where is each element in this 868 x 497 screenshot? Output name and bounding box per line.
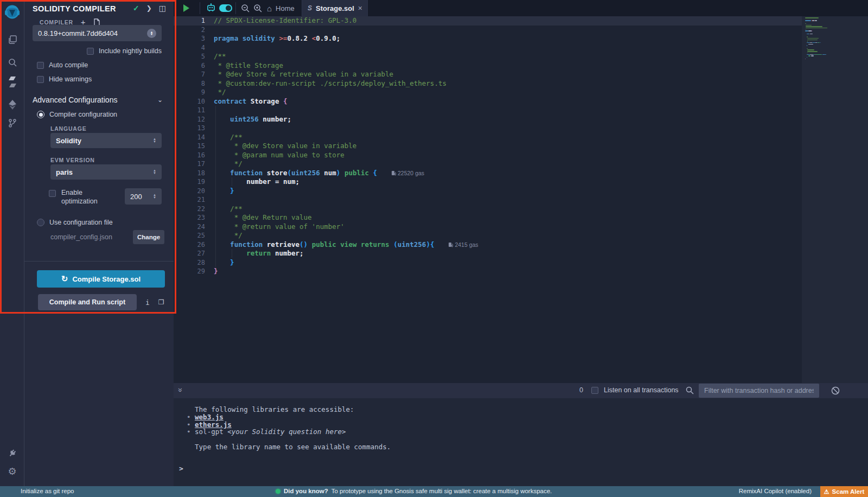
terminal-search-icon[interactable] xyxy=(686,386,694,394)
minimap-line xyxy=(805,17,819,18)
copy-icon[interactable]: ❐ xyxy=(158,298,164,306)
line-number: 12 xyxy=(174,115,205,124)
tip-title: Did you know? xyxy=(284,488,328,494)
gas-estimate-badge: 2415 gas xyxy=(448,241,478,248)
code-line: // SPDX-License-Identifier: GPL-3.0 xyxy=(214,16,478,26)
deploy-run-icon[interactable] xyxy=(0,98,24,112)
clear-console-icon[interactable] xyxy=(831,386,840,395)
git-init-button[interactable]: Initialize as git repo xyxy=(21,488,74,494)
code-token: contract xyxy=(214,97,251,105)
code-token: } xyxy=(230,187,234,195)
terminal-library-link[interactable]: ethers.js xyxy=(195,420,232,429)
terminal-library-link[interactable]: web3.js xyxy=(195,413,224,421)
run-script-button[interactable] xyxy=(183,0,189,16)
solidity-compiler-icon[interactable] xyxy=(0,75,24,89)
code-line xyxy=(214,195,478,205)
tip-text: To prototype using the Gnosis safe multi… xyxy=(331,488,552,494)
code-token: * @custom:dev-run-script ./scripts/deplo… xyxy=(214,79,446,87)
terminal-line: • ethers.js xyxy=(187,421,391,429)
minimap-line xyxy=(806,26,822,27)
terminal-prompt[interactable]: > xyxy=(179,464,183,473)
use-configuration-file-radio[interactable] xyxy=(37,219,44,226)
listen-transactions-label: Listen on all transactions xyxy=(604,386,679,394)
zoom-in-button[interactable] xyxy=(253,0,263,16)
code-token: * @dev Store & retrieve value in a varia… xyxy=(214,70,393,78)
auto-compile-checkbox[interactable] xyxy=(37,62,44,69)
line-number: 7 xyxy=(174,70,205,79)
compiler-configuration-label: Compiler configuration xyxy=(49,111,117,118)
terminal[interactable]: The following libraries are accessible:•… xyxy=(174,398,868,486)
minimap-line xyxy=(806,29,806,30)
minimap-line xyxy=(808,44,813,45)
code-token xyxy=(214,187,230,195)
enable-optimization-checkbox[interactable] xyxy=(49,190,56,197)
language-value: Solidity xyxy=(56,137,153,145)
compile-and-run-button[interactable]: Compile and Run script xyxy=(38,294,137,310)
code-token: } xyxy=(214,267,218,275)
plugin-manager-icon[interactable] xyxy=(0,446,24,460)
minimap-line xyxy=(807,42,810,43)
select-arrows-icon: ▲▼ xyxy=(153,138,156,143)
code-token xyxy=(214,249,246,257)
minimap-line xyxy=(807,40,818,41)
evm-version-select[interactable]: paris ▲▼ xyxy=(50,164,162,180)
minimap[interactable] xyxy=(804,17,864,82)
optimization-label-line1: Enable xyxy=(61,188,98,197)
zoom-out-button[interactable] xyxy=(241,0,250,16)
close-tab-icon[interactable]: × xyxy=(358,4,362,12)
remix-logo-icon[interactable] xyxy=(4,4,21,21)
language-select[interactable]: Solidity ▲▼ xyxy=(50,133,162,148)
listen-transactions-checkbox[interactable] xyxy=(591,387,598,394)
terminal-text: sol-gpt xyxy=(195,428,227,436)
code-editor[interactable]: 1234567891011121314151617181920212223242… xyxy=(174,16,868,383)
tab-home[interactable]: ⌂ Home xyxy=(267,0,295,16)
code-token: { xyxy=(283,97,288,105)
gas-estimate-badge: 22520 gas xyxy=(391,170,424,176)
compile-button[interactable]: ↻ Compile Storage.sol xyxy=(37,270,165,288)
code-token: Storage xyxy=(251,97,283,105)
compiler-configuration-radio[interactable] xyxy=(37,111,44,118)
toggle-on-icon xyxy=(219,4,232,12)
pin-panel-icon[interactable]: ◫ xyxy=(159,4,166,12)
advanced-configurations-toggle[interactable]: Advanced Configurations ⌄ xyxy=(33,95,163,104)
code-token: } xyxy=(230,258,234,266)
code-line: function store(uint256 num) public { 225… xyxy=(214,169,478,178)
code-token: 0.8.2 xyxy=(287,34,311,42)
file-explorer-icon[interactable] xyxy=(0,33,24,47)
ai-copilot-button[interactable] xyxy=(206,0,216,16)
line-number: 15 xyxy=(174,142,205,151)
solidity-compiler-panel: SOLIDITY COMPILER ✓ ❯ ◫ COMPILER + 0.8.1… xyxy=(24,0,174,486)
nightly-builds-checkbox[interactable] xyxy=(87,48,94,55)
minimap-line xyxy=(806,28,827,29)
minimap-line xyxy=(807,57,807,58)
code-token: * @return value of 'number' xyxy=(214,222,344,231)
collapse-terminal-icon[interactable]: » xyxy=(176,388,185,391)
line-number: 23 xyxy=(174,213,205,222)
tab-storage-sol[interactable]: S Storage.sol × xyxy=(302,0,368,16)
compiler-version-select[interactable]: 0.8.19+commit.7dd6d404 ▲▼ xyxy=(33,25,162,41)
optimization-runs-input[interactable]: 200 ▲▼ xyxy=(125,188,162,205)
compiler-version-value: 0.8.19+commit.7dd6d404 xyxy=(38,29,147,37)
code-token: */ xyxy=(214,231,242,239)
settings-gear-icon[interactable]: ⚙ xyxy=(0,464,24,479)
copilot-toggle[interactable] xyxy=(219,0,232,16)
code-line: * @title Storage xyxy=(214,61,478,71)
transaction-filter-input[interactable] xyxy=(699,384,819,398)
git-icon[interactable] xyxy=(0,116,24,130)
minimap-line xyxy=(806,25,812,26)
change-config-button[interactable]: Change xyxy=(133,230,164,244)
search-icon[interactable] xyxy=(0,55,24,69)
transaction-count-badge: 0 xyxy=(579,386,583,394)
chevron-right-icon[interactable]: ❯ xyxy=(146,4,152,12)
code-line: } xyxy=(214,187,478,196)
panel-title: SOLIDITY COMPILER xyxy=(33,4,116,13)
code-line: * @param num value to store xyxy=(214,151,478,160)
scam-alert-button[interactable]: ⚠ Scam Alert xyxy=(820,486,868,497)
hide-warnings-checkbox[interactable] xyxy=(37,76,44,83)
code-line: * @dev Store & retrieve value in a varia… xyxy=(214,70,478,79)
code-line: function retrieve() public view returns … xyxy=(214,240,478,250)
info-icon[interactable]: i xyxy=(145,298,150,307)
code-token xyxy=(340,169,344,177)
code-token xyxy=(308,240,312,248)
code-token: num xyxy=(320,169,336,177)
